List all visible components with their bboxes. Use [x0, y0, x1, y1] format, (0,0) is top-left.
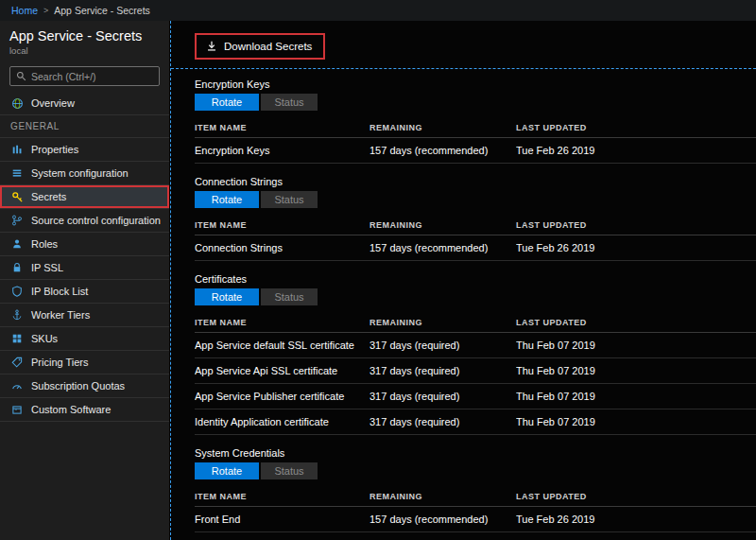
- col-last-updated: LAST UPDATED: [516, 486, 756, 506]
- rotate-button[interactable]: Rotate: [195, 288, 259, 305]
- table-row: Front End 157 days (recommended) Tue Feb…: [195, 507, 756, 532]
- status-button[interactable]: Status: [261, 94, 318, 111]
- item-name-cell: App Service default SSL certificate: [195, 333, 369, 357]
- sidebar-item-skus[interactable]: SKUs: [0, 327, 169, 351]
- sidebar-item-label: System configuration: [31, 167, 129, 179]
- last-updated-cell: Tue Feb 26 2019: [516, 532, 756, 540]
- sidebar-item-ip-ssl[interactable]: IP SSL: [0, 256, 169, 280]
- rotate-button[interactable]: Rotate: [195, 94, 259, 111]
- sidebar-item-label: Roles: [31, 238, 58, 250]
- last-updated-cell: Tue Feb 26 2019: [516, 235, 756, 260]
- sidebar-item-properties[interactable]: Properties: [0, 138, 169, 162]
- sidebar-item-roles[interactable]: Roles: [0, 233, 169, 256]
- col-item-name: ITEM NAME: [195, 117, 369, 137]
- secrets-table: ITEM NAME REMAINING LAST UPDATED Front E…: [195, 486, 756, 540]
- remaining-cell: 157 days (recommended): [369, 235, 516, 260]
- status-button[interactable]: Status: [261, 462, 318, 479]
- key-icon: [10, 190, 24, 203]
- sidebar: App Service - Secrets local Overview GEN…: [0, 21, 169, 540]
- rotate-button[interactable]: Rotate: [195, 191, 259, 208]
- sidebar-item-label: Overview: [31, 97, 75, 109]
- sidebar-item-source-control-configuration[interactable]: Source control configuration: [0, 209, 169, 233]
- status-button[interactable]: Status: [261, 288, 318, 305]
- remaining-cell: 317 days (required): [369, 333, 516, 357]
- system-configuration-icon: [10, 166, 24, 180]
- sidebar-item-label: IP SSL: [31, 262, 63, 273]
- col-remaining: REMAINING: [369, 117, 516, 137]
- download-secrets-label: Download Secrets: [224, 41, 312, 52]
- item-name-cell: Encryption Keys: [195, 138, 369, 163]
- sidebar-item-system-configuration[interactable]: System configuration: [0, 162, 169, 185]
- source-control-icon: [10, 214, 24, 227]
- sidebar-search[interactable]: [9, 66, 160, 86]
- last-updated-cell: Tue Feb 26 2019: [516, 507, 756, 531]
- sidebar-item-label: Subscription Quotas: [31, 380, 125, 392]
- table-row: Management Server 157 days (recommended)…: [195, 532, 756, 540]
- download-icon: [206, 41, 217, 52]
- table-header-row: ITEM NAME REMAINING LAST UPDATED: [195, 312, 756, 333]
- sidebar-item-custom-software[interactable]: Custom Software: [0, 398, 169, 422]
- sidebar-item-label: Worker Tiers: [31, 309, 90, 321]
- page-subtitle: local: [9, 45, 160, 56]
- breadcrumb-home-link[interactable]: Home: [11, 5, 38, 16]
- col-last-updated: LAST UPDATED: [516, 312, 756, 332]
- col-remaining: REMAINING: [369, 486, 516, 506]
- sidebar-item-secrets[interactable]: Secrets: [0, 185, 169, 209]
- breadcrumb-current: App Service - Secrets: [54, 5, 150, 16]
- properties-icon: [10, 143, 24, 156]
- item-name-cell: App Service Api SSL certificate: [195, 358, 369, 383]
- table-row: Connection Strings 157 days (recommended…: [195, 235, 756, 261]
- remaining-cell: 157 days (recommended): [369, 532, 516, 540]
- col-remaining: REMAINING: [369, 312, 516, 332]
- main-content: Download Secrets Encryption Keys Rotate …: [170, 21, 756, 540]
- section-title: Connection Strings: [195, 176, 756, 187]
- table-row: App Service Publisher certificate 317 da…: [195, 384, 756, 409]
- sidebar-item-label: IP Block List: [31, 286, 88, 297]
- breadcrumb-separator: >: [43, 6, 48, 15]
- section-title: Certificates: [195, 273, 756, 285]
- last-updated-cell: Thu Feb 07 2019: [516, 384, 756, 409]
- sidebar-item-pricing-tiers[interactable]: Pricing Tiers: [0, 351, 169, 375]
- toolbar: Download Secrets: [171, 21, 756, 68]
- col-item-name: ITEM NAME: [195, 486, 369, 506]
- ip-block-list-shield-icon: [10, 285, 24, 298]
- item-name-cell: Management Server: [195, 532, 369, 540]
- sidebar-item-ip-block-list[interactable]: IP Block List: [0, 280, 169, 304]
- section-encryption-keys: Encryption Keys Rotate Status ITEM NAME …: [195, 78, 756, 164]
- col-item-name: ITEM NAME: [195, 215, 369, 235]
- last-updated-cell: Tue Feb 26 2019: [516, 138, 756, 163]
- rotate-button[interactable]: Rotate: [195, 462, 259, 479]
- col-last-updated: LAST UPDATED: [516, 215, 756, 235]
- remaining-cell: 157 days (recommended): [369, 507, 516, 531]
- status-button[interactable]: Status: [261, 191, 318, 208]
- section-title: System Credentials: [195, 447, 756, 459]
- last-updated-cell: Thu Feb 07 2019: [516, 333, 756, 357]
- col-last-updated: LAST UPDATED: [516, 117, 756, 137]
- custom-software-box-icon: [10, 403, 24, 416]
- secrets-table: ITEM NAME REMAINING LAST UPDATED Connect…: [195, 215, 756, 261]
- col-remaining: REMAINING: [369, 215, 516, 235]
- secrets-table: ITEM NAME REMAINING LAST UPDATED Encrypt…: [195, 117, 756, 164]
- roles-icon: [10, 237, 24, 251]
- page-title: App Service - Secrets: [9, 28, 160, 44]
- search-input[interactable]: [31, 71, 153, 82]
- breadcrumb: Home > App Service - Secrets: [0, 0, 756, 21]
- skus-grid-icon: [10, 332, 24, 345]
- download-secrets-button[interactable]: Download Secrets: [195, 33, 325, 60]
- sidebar-item-label: SKUs: [31, 333, 58, 344]
- sidebar-item-worker-tiers[interactable]: Worker Tiers: [0, 304, 169, 327]
- sidebar-item-subscription-quotas[interactable]: Subscription Quotas: [0, 375, 169, 398]
- table-row: Encryption Keys 157 days (recommended) T…: [195, 138, 756, 164]
- remaining-cell: 317 days (required): [369, 384, 516, 409]
- sidebar-item-label: Properties: [31, 144, 78, 155]
- ip-ssl-lock-icon: [10, 261, 24, 274]
- sidebar-item-label: Source control configuration: [31, 215, 161, 226]
- table-header-row: ITEM NAME REMAINING LAST UPDATED: [195, 486, 756, 507]
- last-updated-cell: Thu Feb 07 2019: [516, 358, 756, 383]
- sidebar-item-overview[interactable]: Overview: [0, 92, 169, 115]
- subscription-quotas-gauge-icon: [10, 379, 24, 392]
- item-name-cell: App Service Publisher certificate: [195, 384, 369, 409]
- sidebar-item-label: Secrets: [31, 191, 66, 202]
- search-icon: [16, 71, 26, 81]
- item-name-cell: Front End: [195, 507, 369, 531]
